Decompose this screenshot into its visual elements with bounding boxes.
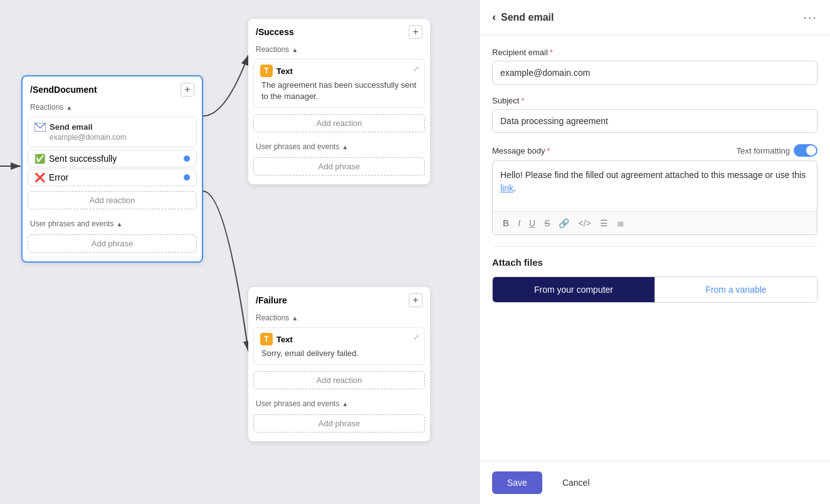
message-body-header: Message body * Text formatting bbox=[492, 144, 817, 157]
recipient-email-label: Recipient email * bbox=[492, 48, 817, 57]
back-arrow-icon: ‹ bbox=[492, 11, 496, 24]
user-phrases-section-success: User phrases and events ▲ Add phrase bbox=[248, 140, 430, 184]
subject-group: Subject * bbox=[492, 96, 817, 133]
error-icon: ❌ bbox=[34, 172, 45, 182]
message-text-area[interactable]: Hello! Please find the filled out agreem… bbox=[493, 161, 817, 211]
panel-back-btn[interactable]: ‹ Send email bbox=[492, 11, 554, 24]
panel-header: ‹ Send email ··· bbox=[480, 0, 830, 35]
send-email-item[interactable]: Send email example@domain.com bbox=[28, 117, 197, 147]
reactions-label-failure: Reactions ▲ bbox=[248, 311, 430, 325]
message-body-group: Message body * Text formatting Hello! Pl… bbox=[492, 144, 817, 235]
subject-required-star: * bbox=[521, 96, 524, 105]
text-reaction-failure-header: T Text ⤢ bbox=[260, 333, 418, 345]
panel-title: Send email bbox=[501, 12, 554, 23]
user-phrases-chevron-failure: ▲ bbox=[342, 401, 348, 407]
reaction-sent-label: Sent successfully bbox=[49, 154, 117, 164]
message-editor: Hello! Please find the filled out agreem… bbox=[492, 160, 817, 235]
reaction-sent-left: ✅ Sent successfully bbox=[34, 154, 117, 164]
reactions-chevron-failure: ▲ bbox=[292, 315, 298, 322]
user-phrases-label-send-document: User phrases and events ▲ bbox=[23, 217, 202, 231]
expand-icon-success[interactable]: ⤢ bbox=[413, 65, 419, 73]
text-reaction-body-success: The agreement has been successfully sent… bbox=[260, 80, 418, 102]
add-reaction-btn-failure[interactable]: Add reaction bbox=[253, 371, 425, 389]
add-btn-send-document[interactable]: + bbox=[181, 83, 194, 97]
divider bbox=[492, 246, 817, 247]
reactions-label-success: Reactions ▲ bbox=[248, 43, 430, 56]
reaction-error-label: Error bbox=[49, 172, 68, 182]
send-email-title-row: Send email bbox=[34, 122, 190, 132]
cancel-button[interactable]: Cancel bbox=[550, 471, 602, 494]
text-type-label-success: Text bbox=[276, 66, 293, 76]
editor-toolbar: B I U S 🔗 </> ☰ ≣ bbox=[493, 211, 817, 234]
reaction-error[interactable]: ❌ Error bbox=[28, 169, 197, 186]
expand-icon-failure[interactable]: ⤢ bbox=[413, 333, 419, 342]
send-email-name: Send email bbox=[50, 122, 93, 132]
reactions-chevron-send-document: ▲ bbox=[66, 104, 72, 111]
user-phrases-section-send-document: User phrases and events ▲ Add phrase bbox=[23, 217, 202, 261]
node-header-failure: /Failure + bbox=[248, 287, 430, 311]
user-phrases-label-failure: User phrases and events ▲ bbox=[248, 397, 430, 411]
text-formatting-toggle[interactable] bbox=[794, 144, 817, 157]
success-icon: ✅ bbox=[34, 154, 45, 164]
attach-files-section: Attach files From your computer From a v… bbox=[492, 257, 817, 303]
reaction-sent[interactable]: ✅ Sent successfully bbox=[28, 150, 197, 167]
text-reaction-success-header: T Text ⤢ bbox=[260, 65, 418, 77]
send-email-address: example@domain.com bbox=[34, 133, 190, 142]
message-body-text: Hello! Please find the filled out agreem… bbox=[500, 170, 806, 180]
message-body-label: Message body * bbox=[492, 146, 550, 155]
panel-body: Recipient email * Subject * Message body… bbox=[480, 35, 830, 461]
bold-btn[interactable]: B bbox=[500, 217, 512, 229]
node-title-failure: /Failure bbox=[256, 295, 287, 305]
node-header-success: /Success + bbox=[248, 19, 430, 43]
attach-files-label: Attach files bbox=[492, 257, 817, 268]
add-phrase-btn-failure[interactable]: Add phrase bbox=[253, 414, 425, 433]
add-phrase-btn-success[interactable]: Add phrase bbox=[253, 157, 425, 176]
node-header-send-document: /SendDocument + bbox=[23, 76, 202, 100]
user-phrases-chevron-send-document: ▲ bbox=[116, 221, 122, 228]
italic-btn[interactable]: I bbox=[515, 217, 523, 229]
text-formatting-label: Text formatting bbox=[737, 146, 790, 155]
user-phrases-section-failure: User phrases and events ▲ Add phrase bbox=[248, 397, 430, 441]
attach-from-variable-btn[interactable]: From a variable bbox=[654, 277, 817, 302]
right-panel: ‹ Send email ··· Recipient email * Subje… bbox=[479, 0, 830, 504]
failure-node: /Failure + Reactions ▲ T Text ⤢ Sorry, e… bbox=[248, 287, 430, 441]
reactions-chevron-success: ▲ bbox=[292, 46, 298, 53]
t-icon-failure: T bbox=[260, 333, 273, 345]
text-reaction-failure[interactable]: T Text ⤢ Sorry, email delivery failed. bbox=[253, 327, 425, 365]
panel-footer: Save Cancel bbox=[480, 461, 830, 504]
reaction-error-connector bbox=[184, 174, 190, 181]
underline-btn[interactable]: U bbox=[527, 217, 538, 229]
recipient-email-input[interactable] bbox=[492, 61, 817, 85]
text-reaction-success[interactable]: T Text ⤢ The agreement has been successf… bbox=[253, 59, 425, 108]
node-title-success: /Success bbox=[256, 27, 294, 37]
reaction-error-left: ❌ Error bbox=[34, 172, 68, 182]
recipient-email-group: Recipient email * bbox=[492, 48, 817, 85]
link-btn[interactable]: 🔗 bbox=[556, 217, 572, 229]
reaction-sent-connector bbox=[184, 155, 190, 162]
bullet-list-btn[interactable]: ☰ bbox=[597, 217, 611, 229]
success-node: /Success + Reactions ▲ T Text ⤢ The agre… bbox=[248, 19, 430, 184]
save-button[interactable]: Save bbox=[492, 471, 542, 494]
send-document-node: /SendDocument + Reactions ▲ Send email e… bbox=[21, 75, 203, 263]
workflow-canvas: /SendDocument + Reactions ▲ Send email e… bbox=[0, 0, 479, 504]
recipient-required-star: * bbox=[550, 48, 553, 57]
email-icon bbox=[34, 123, 46, 132]
ordered-list-btn[interactable]: ≣ bbox=[614, 217, 627, 229]
t-icon-success: T bbox=[260, 65, 273, 77]
add-reaction-btn-success[interactable]: Add reaction bbox=[253, 114, 425, 132]
add-btn-failure[interactable]: + bbox=[409, 293, 423, 307]
add-reaction-btn-send-document[interactable]: Add reaction bbox=[28, 191, 197, 209]
code-btn[interactable]: </> bbox=[575, 217, 593, 229]
subject-label: Subject * bbox=[492, 96, 817, 105]
text-reaction-body-failure: Sorry, email delivery failed. bbox=[260, 348, 418, 359]
message-link[interactable]: link bbox=[500, 183, 513, 193]
add-phrase-btn-send-document[interactable]: Add phrase bbox=[28, 234, 197, 253]
subject-input[interactable] bbox=[492, 109, 817, 133]
strikethrough-btn[interactable]: S bbox=[542, 217, 552, 229]
attach-from-computer-btn[interactable]: From your computer bbox=[493, 277, 654, 302]
add-btn-success[interactable]: + bbox=[409, 25, 423, 39]
attach-buttons: From your computer From a variable bbox=[492, 276, 817, 303]
more-options-btn[interactable]: ··· bbox=[803, 10, 817, 24]
user-phrases-chevron-success: ▲ bbox=[342, 144, 348, 150]
user-phrases-label-success: User phrases and events ▲ bbox=[248, 140, 430, 154]
